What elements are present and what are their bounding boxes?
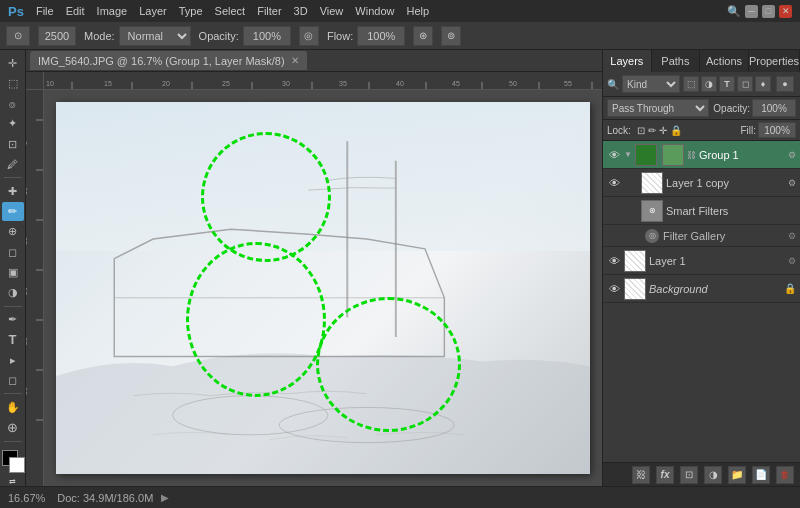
- menu-bar: Ps File Edit Image Layer Type Select Fil…: [0, 0, 800, 22]
- layer-row-layer1[interactable]: 👁 Layer 1 ⚙: [603, 247, 800, 275]
- expand-group1-icon[interactable]: ▼: [624, 150, 632, 159]
- clone-tool[interactable]: ⊕: [2, 223, 24, 241]
- new-group-btn[interactable]: 📁: [728, 466, 746, 484]
- lock-pixels-btn[interactable]: ✏: [648, 125, 656, 136]
- opacity-input[interactable]: [752, 99, 796, 117]
- filter-type-btn[interactable]: T: [719, 76, 735, 92]
- layer-row-background[interactable]: 👁 Background 🔒: [603, 275, 800, 303]
- tab-actions[interactable]: Actions: [700, 50, 749, 72]
- blend-mode-select[interactable]: Pass Through: [607, 99, 709, 117]
- visibility-background[interactable]: 👁: [607, 283, 621, 295]
- type-tool[interactable]: T: [2, 331, 24, 349]
- document-tab[interactable]: IMG_5640.JPG @ 16.7% (Group 1, Layer Mas…: [30, 51, 307, 70]
- delete-layer-btn[interactable]: 🗑: [776, 466, 794, 484]
- visibility-group1[interactable]: 👁: [607, 149, 621, 161]
- visibility-layer1copy[interactable]: 👁: [607, 177, 621, 189]
- zoom-tool[interactable]: ⊕: [2, 418, 24, 436]
- layer-name-layer1copy: Layer 1 copy: [666, 177, 785, 189]
- stylus-flow-btn[interactable]: ⊚: [441, 26, 461, 46]
- mode-item: Mode: Normal: [84, 26, 191, 46]
- layer1-options-icon[interactable]: ⚙: [788, 256, 796, 266]
- airbrush-btn[interactable]: ◎: [299, 26, 319, 46]
- dodge-tool[interactable]: ◑: [2, 283, 24, 301]
- link-layers-btn[interactable]: ⛓: [632, 466, 650, 484]
- left-toolbar: ✛ ⬚ ⌾ ✦ ⊡ 🖉 ✚ ✏ ⊕ ◻ ▣ ◑ ✒ T ▸ ◻ ✋ ⊕ ⇄: [0, 50, 26, 486]
- brush-tool[interactable]: ✏: [2, 202, 24, 220]
- new-layer-btn[interactable]: 📄: [752, 466, 770, 484]
- fill-input[interactable]: [758, 122, 796, 138]
- filter-adjust-btn[interactable]: ◑: [701, 76, 717, 92]
- panel-bottom: ⛓ fx ⊡ ◑ 📁 📄 🗑: [603, 462, 800, 486]
- menu-edit[interactable]: Edit: [66, 5, 85, 17]
- kind-filter-select[interactable]: Kind: [622, 75, 680, 93]
- menu-filter[interactable]: Filter: [257, 5, 281, 17]
- menu-file[interactable]: File: [36, 5, 54, 17]
- layer-options-icon-copy[interactable]: ⚙: [788, 178, 796, 188]
- layer-row-filtergallery[interactable]: ◎ Filter Gallery ⚙: [603, 225, 800, 247]
- menu-window[interactable]: Window: [355, 5, 394, 17]
- brush-size-input[interactable]: [38, 26, 76, 46]
- svg-text:45: 45: [452, 80, 460, 87]
- menu-layer[interactable]: Layer: [139, 5, 167, 17]
- search-icon[interactable]: 🔍: [727, 5, 741, 18]
- menu-3d[interactable]: 3D: [294, 5, 308, 17]
- filter-toggle-btn[interactable]: ●: [776, 76, 794, 92]
- filter-gallery-options[interactable]: ⚙: [788, 231, 796, 241]
- lock-position-btn[interactable]: ✛: [659, 125, 667, 136]
- ruler-corner: [26, 72, 44, 90]
- add-adjustment-btn[interactable]: ◑: [704, 466, 722, 484]
- layer-options-icon-group1[interactable]: ⚙: [788, 150, 796, 160]
- layer-thumb-layer1copy: [641, 172, 663, 194]
- crop-tool[interactable]: ⊡: [2, 135, 24, 153]
- arrow-icon[interactable]: ▶: [161, 492, 169, 503]
- lasso-tool[interactable]: ⌾: [2, 94, 24, 112]
- ruler-h-ticks: 10 15 20 25 30 35 40 45 50 55: [44, 72, 602, 90]
- move-tool[interactable]: ✛: [2, 54, 24, 72]
- layer-row-smartfilters[interactable]: ⊛ Smart Filters: [603, 197, 800, 225]
- flow-input[interactable]: [357, 26, 405, 46]
- menu-help[interactable]: Help: [406, 5, 429, 17]
- tab-paths[interactable]: Paths: [652, 50, 701, 72]
- background-color[interactable]: [9, 457, 25, 473]
- menu-view[interactable]: View: [320, 5, 344, 17]
- filter-shape-btn[interactable]: ◻: [737, 76, 753, 92]
- filter-smart-btn[interactable]: ♦: [755, 76, 771, 92]
- healing-tool[interactable]: ✚: [2, 182, 24, 200]
- layer-row-group1[interactable]: 👁 ▼ ⛓ Group 1 ⚙: [603, 141, 800, 169]
- tab-properties[interactable]: Properties: [749, 50, 800, 72]
- svg-text:10: 10: [46, 80, 54, 87]
- swap-colors-icon[interactable]: ⇄: [9, 477, 16, 486]
- quick-select-tool[interactable]: ✦: [2, 115, 24, 133]
- stylus-pressure-btn[interactable]: ⊛: [413, 26, 433, 46]
- close-document-icon[interactable]: ✕: [291, 55, 299, 66]
- mode-select[interactable]: Normal: [119, 26, 191, 46]
- svg-text:25: 25: [222, 80, 230, 87]
- layer-row-layer1copy[interactable]: 👁 Layer 1 copy ⚙: [603, 169, 800, 197]
- layer-name-filtergallery: Filter Gallery: [663, 230, 725, 242]
- visibility-layer1[interactable]: 👁: [607, 255, 621, 267]
- shape-tool[interactable]: ◻: [2, 371, 24, 389]
- marquee-tool[interactable]: ⬚: [2, 74, 24, 92]
- filter-pixel-btn[interactable]: ⬚: [683, 76, 699, 92]
- tool-preset-btn[interactable]: ⊙: [6, 26, 30, 46]
- lock-all-btn[interactable]: 🔒: [670, 125, 682, 136]
- menu-select[interactable]: Select: [215, 5, 246, 17]
- menu-type[interactable]: Type: [179, 5, 203, 17]
- add-mask-btn[interactable]: ⊡: [680, 466, 698, 484]
- lock-transparent-btn[interactable]: ⊡: [637, 125, 645, 136]
- canvas-document[interactable]: [56, 102, 590, 474]
- hand-tool[interactable]: ✋: [2, 398, 24, 416]
- close-button[interactable]: ✕: [779, 5, 792, 18]
- gradient-tool[interactable]: ▣: [2, 263, 24, 281]
- menu-image[interactable]: Image: [97, 5, 128, 17]
- path-select-tool[interactable]: ▸: [2, 351, 24, 369]
- pen-tool[interactable]: ✒: [2, 310, 24, 328]
- opacity-input[interactable]: [243, 26, 291, 46]
- maximize-button[interactable]: □: [762, 5, 775, 18]
- eyedropper-tool[interactable]: 🖉: [2, 155, 24, 173]
- tab-layers[interactable]: Layers: [603, 50, 652, 72]
- svg-text:25: 25: [26, 337, 28, 345]
- fx-btn[interactable]: fx: [656, 466, 674, 484]
- minimize-button[interactable]: ─: [745, 5, 758, 18]
- eraser-tool[interactable]: ◻: [2, 243, 24, 261]
